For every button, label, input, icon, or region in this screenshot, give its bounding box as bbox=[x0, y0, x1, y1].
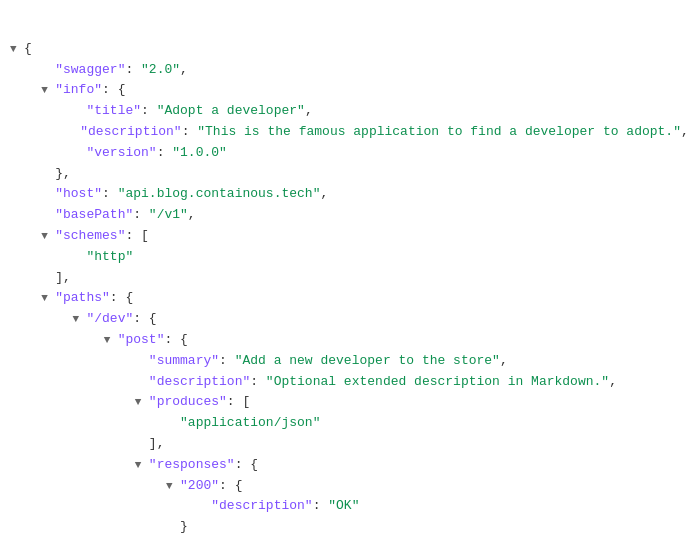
indent-space bbox=[10, 80, 41, 101]
indent-space bbox=[10, 122, 72, 143]
key-token: "basePath" bbox=[55, 205, 133, 226]
punct-token: : [ bbox=[227, 392, 250, 413]
indent-space bbox=[10, 60, 41, 81]
json-line: ▼"info": { bbox=[10, 80, 683, 101]
key-token: "host" bbox=[55, 184, 102, 205]
punct-token: : [ bbox=[125, 226, 148, 247]
punct-token: : { bbox=[164, 330, 187, 351]
toggle-button[interactable]: ▼ bbox=[72, 311, 86, 329]
json-line: ], bbox=[10, 434, 683, 455]
toggle-button[interactable]: ▼ bbox=[41, 82, 55, 100]
string-token: "application/json" bbox=[180, 413, 320, 434]
toggle-button bbox=[166, 413, 180, 434]
string-token: "Add a new developer to the store" bbox=[235, 351, 500, 372]
punct-token: : bbox=[182, 122, 198, 143]
indent-space bbox=[10, 309, 72, 330]
punct-token: , bbox=[609, 372, 617, 393]
punct-token: ], bbox=[149, 434, 165, 455]
indent-space bbox=[10, 164, 41, 185]
punct-token: : bbox=[141, 101, 157, 122]
key-token: "post" bbox=[118, 330, 165, 351]
string-token: "Optional extended description in Markdo… bbox=[266, 372, 609, 393]
toggle-button bbox=[72, 247, 86, 268]
toggle-button[interactable]: ▼ bbox=[166, 478, 180, 496]
toggle-button bbox=[72, 101, 86, 122]
string-token: "http" bbox=[86, 247, 133, 268]
json-line: "http" bbox=[10, 247, 683, 268]
punct-token: : { bbox=[102, 80, 125, 101]
toggle-button[interactable]: ▼ bbox=[41, 228, 55, 246]
toggle-button[interactable]: ▼ bbox=[135, 394, 149, 412]
key-token: "/dev" bbox=[86, 309, 133, 330]
punct-token: } bbox=[180, 517, 188, 535]
toggle-button bbox=[41, 268, 55, 289]
indent-space bbox=[10, 476, 166, 497]
indent-space bbox=[10, 247, 72, 268]
toggle-button bbox=[197, 496, 211, 517]
key-token: "info" bbox=[55, 80, 102, 101]
punct-token: , bbox=[320, 184, 328, 205]
toggle-button bbox=[72, 143, 86, 164]
json-line: "application/json" bbox=[10, 413, 683, 434]
punct-token: : bbox=[125, 60, 141, 81]
punct-token: : bbox=[250, 372, 266, 393]
key-token: "paths" bbox=[55, 288, 110, 309]
json-line: ▼"/dev": { bbox=[10, 309, 683, 330]
punct-token: , bbox=[305, 101, 313, 122]
toggle-button[interactable]: ▼ bbox=[104, 332, 118, 350]
indent-space bbox=[10, 372, 135, 393]
punct-token: : bbox=[157, 143, 173, 164]
toggle-button[interactable]: ▼ bbox=[135, 457, 149, 475]
key-token: "version" bbox=[86, 143, 156, 164]
punct-token: : bbox=[313, 496, 329, 517]
punct-token: }, bbox=[55, 164, 71, 185]
json-line: ▼"paths": { bbox=[10, 288, 683, 309]
json-line: "version": "1.0.0" bbox=[10, 143, 683, 164]
indent-space bbox=[10, 205, 41, 226]
punct-token: , bbox=[180, 60, 188, 81]
indent-space bbox=[10, 268, 41, 289]
json-line: "swagger": "2.0", bbox=[10, 60, 683, 81]
key-token: "produces" bbox=[149, 392, 227, 413]
key-token: "summary" bbox=[149, 351, 219, 372]
string-token: "1.0.0" bbox=[172, 143, 227, 164]
indent-space bbox=[10, 413, 166, 434]
punct-token: , bbox=[500, 351, 508, 372]
indent-space bbox=[10, 101, 72, 122]
indent-space bbox=[10, 392, 135, 413]
string-token: "Adopt a developer" bbox=[157, 101, 305, 122]
string-token: "api.blog.containous.tech" bbox=[118, 184, 321, 205]
toggle-button bbox=[41, 164, 55, 185]
indent-space bbox=[10, 434, 135, 455]
toggle-button[interactable]: ▼ bbox=[41, 290, 55, 308]
json-line: "description": "OK" bbox=[10, 496, 683, 517]
key-token: "description" bbox=[211, 496, 312, 517]
punct-token: : { bbox=[235, 455, 258, 476]
toggle-button bbox=[41, 60, 55, 81]
punct-token: : { bbox=[110, 288, 133, 309]
toggle-button bbox=[135, 434, 149, 455]
punct-token: ], bbox=[55, 268, 71, 289]
indent-space bbox=[10, 351, 135, 372]
json-line: "description": "This is the famous appli… bbox=[10, 122, 683, 143]
json-line: ▼{ bbox=[10, 39, 683, 60]
punct-token: : bbox=[219, 351, 235, 372]
punct-token: : { bbox=[133, 309, 156, 330]
indent-space bbox=[10, 517, 166, 535]
toggle-button bbox=[166, 517, 180, 535]
punct-token: : bbox=[102, 184, 118, 205]
indent-space bbox=[10, 184, 41, 205]
json-line: ▼"200": { bbox=[10, 476, 683, 497]
string-token: "OK" bbox=[328, 496, 359, 517]
toggle-button[interactable]: ▼ bbox=[10, 41, 24, 59]
indent-space bbox=[10, 226, 41, 247]
string-token: "/v1" bbox=[149, 205, 188, 226]
key-token: "description" bbox=[149, 372, 250, 393]
punct-token: , bbox=[681, 122, 689, 143]
punct-token: : bbox=[133, 205, 149, 226]
json-line: "description": "Optional extended descri… bbox=[10, 372, 683, 393]
toggle-button bbox=[41, 184, 55, 205]
indent-space bbox=[10, 496, 197, 517]
json-line: "title": "Adopt a developer", bbox=[10, 101, 683, 122]
json-line: ], bbox=[10, 268, 683, 289]
